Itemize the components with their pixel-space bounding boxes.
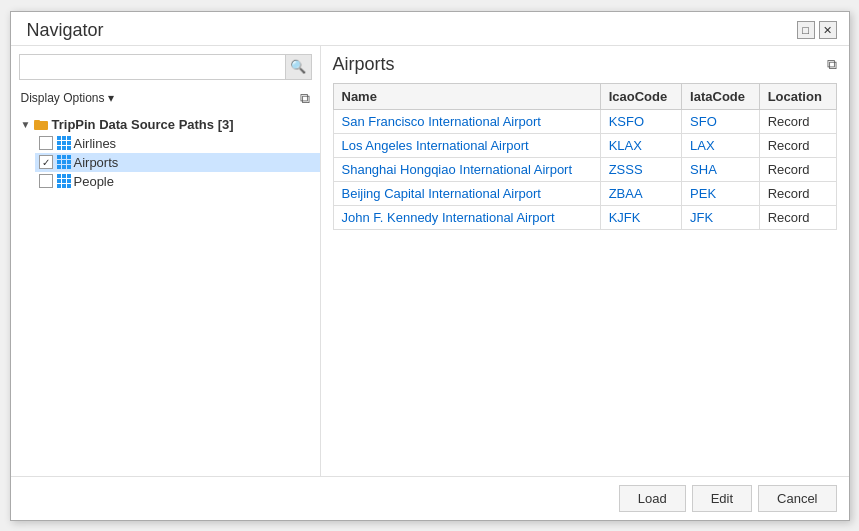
tree-root-label: TripPin Data Source Paths [3] — [52, 117, 234, 132]
table-row[interactable]: San Francisco International Airport KSFO… — [333, 109, 836, 133]
cell-icao: ZSSS — [600, 157, 681, 181]
cell-location: Record — [759, 109, 836, 133]
airlines-label: Airlines — [74, 136, 117, 151]
cell-iata: LAX — [682, 133, 760, 157]
people-checkbox[interactable] — [39, 174, 53, 188]
minimize-button[interactable]: □ — [797, 21, 815, 39]
tree-item-people[interactable]: People — [35, 172, 320, 191]
folder-icon — [33, 117, 49, 131]
display-options-label: Display Options — [21, 91, 105, 105]
airports-label: Airports — [74, 155, 119, 170]
grid-icon-people — [57, 174, 71, 188]
svg-rect-1 — [34, 120, 40, 122]
display-options-row: Display Options ▾ ⧉ — [11, 86, 320, 113]
dialog-title: Navigator — [27, 20, 104, 41]
load-button[interactable]: Load — [619, 485, 686, 512]
grid-icon-airports — [57, 155, 71, 169]
table-row[interactable]: John F. Kennedy International Airport KJ… — [333, 205, 836, 229]
airlines-checkbox[interactable] — [39, 136, 53, 150]
nav-icon-button[interactable]: ⧉ — [298, 88, 312, 109]
cell-name: John F. Kennedy International Airport — [333, 205, 600, 229]
airports-checkbox[interactable] — [39, 155, 53, 169]
cell-location: Record — [759, 157, 836, 181]
cell-iata: SFO — [682, 109, 760, 133]
cell-name: Los Angeles International Airport — [333, 133, 600, 157]
window-controls: □ ✕ — [797, 21, 837, 39]
right-pane-title: Airports — [333, 54, 395, 75]
cell-location: Record — [759, 181, 836, 205]
right-header: Airports ⧉ — [333, 54, 837, 75]
search-bar: 🔍 — [19, 54, 312, 80]
cell-icao: KJFK — [600, 205, 681, 229]
cell-location: Record — [759, 205, 836, 229]
search-button[interactable]: 🔍 — [285, 55, 311, 79]
left-pane: 🔍 Display Options ▾ ⧉ ▼ — [11, 46, 321, 476]
tree-area: ▼ TripPin Data Source Paths [3] — [11, 113, 320, 476]
table-row[interactable]: Shanghai Hongqiao International Airport … — [333, 157, 836, 181]
cell-icao: KSFO — [600, 109, 681, 133]
tree-item-airlines[interactable]: Airlines — [35, 134, 320, 153]
grid-icon-airlines — [57, 136, 71, 150]
cell-icao: KLAX — [600, 133, 681, 157]
right-pane: Airports ⧉ Name IcaoCode IataCode Locati… — [321, 46, 849, 476]
dialog-footer: Load Edit Cancel — [11, 476, 849, 520]
cell-iata: PEK — [682, 181, 760, 205]
cell-name: Beijing Capital International Airport — [333, 181, 600, 205]
tree-children: Airlines Airports — [15, 134, 320, 191]
cell-name: Shanghai Hongqiao International Airport — [333, 157, 600, 181]
cell-location: Record — [759, 133, 836, 157]
dialog-body: 🔍 Display Options ▾ ⧉ ▼ — [11, 45, 849, 476]
table-row[interactable]: Beijing Capital International Airport ZB… — [333, 181, 836, 205]
people-label: People — [74, 174, 114, 189]
tree-root: ▼ TripPin Data Source Paths [3] — [11, 115, 320, 191]
col-location: Location — [759, 83, 836, 109]
airports-table: Name IcaoCode IataCode Location San Fran… — [333, 83, 837, 230]
table-header-row: Name IcaoCode IataCode Location — [333, 83, 836, 109]
right-icon-button[interactable]: ⧉ — [827, 56, 837, 73]
cell-name: San Francisco International Airport — [333, 109, 600, 133]
col-name: Name — [333, 83, 600, 109]
tree-root-item[interactable]: ▼ TripPin Data Source Paths [3] — [15, 115, 320, 134]
col-iata: IataCode — [682, 83, 760, 109]
close-button[interactable]: ✕ — [819, 21, 837, 39]
svg-rect-0 — [34, 121, 48, 130]
title-bar: Navigator □ ✕ — [11, 12, 849, 45]
cancel-button[interactable]: Cancel — [758, 485, 836, 512]
expand-icon: ▼ — [19, 117, 33, 131]
table-row[interactable]: Los Angeles International Airport KLAX L… — [333, 133, 836, 157]
col-icao: IcaoCode — [600, 83, 681, 109]
cell-iata: SHA — [682, 157, 760, 181]
navigator-dialog: Navigator □ ✕ 🔍 Display Options ▾ ⧉ — [10, 11, 850, 521]
display-options-button[interactable]: Display Options ▾ — [19, 89, 116, 107]
cell-iata: JFK — [682, 205, 760, 229]
search-input[interactable] — [20, 55, 285, 79]
tree-item-airports[interactable]: Airports — [35, 153, 320, 172]
cell-icao: ZBAA — [600, 181, 681, 205]
chevron-down-icon: ▾ — [108, 91, 114, 105]
edit-button[interactable]: Edit — [692, 485, 752, 512]
